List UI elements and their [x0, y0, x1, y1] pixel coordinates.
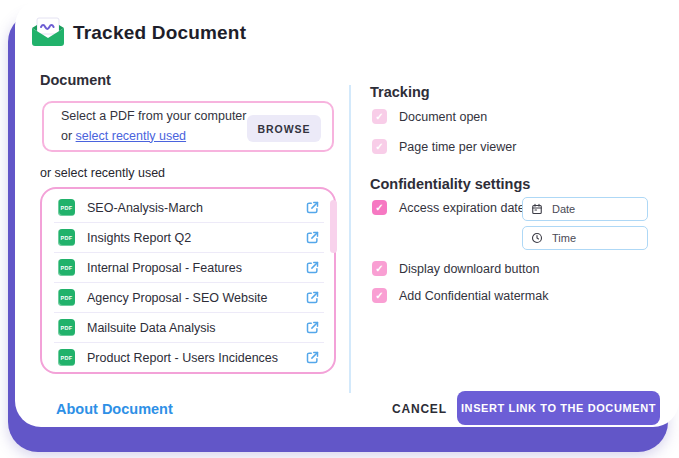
open-external-icon[interactable]: [305, 350, 320, 365]
picker-line2-prefix: or: [61, 129, 76, 143]
confidential-watermark-checkbox[interactable]: [372, 288, 387, 303]
browse-button[interactable]: BROWSE: [247, 115, 321, 142]
option-access-expiration: Access expiration date: [372, 200, 525, 215]
option-label: Add Confidential watermak: [399, 289, 548, 303]
time-input[interactable]: Time: [522, 226, 648, 250]
pdf-icon: PDF: [58, 229, 75, 246]
access-expiration-checkbox[interactable]: [372, 200, 387, 215]
file-name: Mailsuite Data Analysis: [87, 321, 293, 335]
list-item[interactable]: PDF Insights Report Q2: [54, 223, 324, 253]
tracking-heading: Tracking: [370, 84, 430, 100]
list-item[interactable]: PDF SEO-Analysis-March: [54, 193, 324, 223]
about-document-link[interactable]: About Document: [56, 401, 173, 417]
list-item[interactable]: PDF Agency Proposal - SEO Website: [54, 283, 324, 313]
pdf-icon: PDF: [58, 259, 75, 276]
option-label: Page time per viewer: [399, 140, 516, 154]
clock-icon: [531, 232, 543, 244]
date-placeholder: Date: [552, 203, 575, 215]
file-name: Product Report - Users Incidences: [87, 351, 293, 365]
open-external-icon[interactable]: [305, 320, 320, 335]
page-time-checkbox[interactable]: [372, 139, 387, 154]
column-divider: [349, 85, 351, 393]
list-scrollbar-thumb[interactable]: [330, 200, 337, 253]
recent-files-list: PDF SEO-Analysis-March PDF Insights Repo…: [40, 187, 336, 374]
tracked-document-dialog: Tracked Document Document Select a PDF f…: [0, 0, 679, 458]
pdf-icon: PDF: [58, 199, 75, 216]
select-recently-used-link[interactable]: select recently used: [76, 129, 186, 143]
file-name: Agency Proposal - SEO Website: [87, 291, 293, 305]
option-document-open: Document open: [372, 109, 487, 124]
cancel-button[interactable]: CANCEL: [392, 402, 447, 416]
display-download-checkbox[interactable]: [372, 261, 387, 276]
open-external-icon[interactable]: [305, 260, 320, 275]
pdf-icon: PDF: [58, 319, 75, 336]
confidentiality-heading: Confidentiality settings: [370, 176, 530, 192]
option-confidential-watermark: Add Confidential watermak: [372, 288, 548, 303]
option-label: Display downloard button: [399, 262, 539, 276]
file-name: Insights Report Q2: [87, 231, 293, 245]
open-external-icon[interactable]: [305, 290, 320, 305]
pdf-icon: PDF: [58, 349, 75, 366]
file-picker-box: Select a PDF from your computer or selec…: [42, 101, 334, 152]
list-item[interactable]: PDF Internal Proposal - Features: [54, 253, 324, 283]
picker-line1: Select a PDF from your computer: [61, 109, 246, 123]
file-picker-text: Select a PDF from your computer or selec…: [61, 107, 246, 146]
document-open-checkbox[interactable]: [372, 109, 387, 124]
list-item[interactable]: PDF Product Report - Users Incidences: [54, 343, 324, 373]
document-section-heading: Document: [40, 72, 111, 88]
option-display-download: Display downloard button: [372, 261, 539, 276]
option-page-time: Page time per viewer: [372, 139, 516, 154]
file-name: Internal Proposal - Features: [87, 261, 293, 275]
open-external-icon[interactable]: [305, 200, 320, 215]
insert-link-button[interactable]: INSERT LINK TO THE DOCUMENT: [457, 391, 660, 425]
recent-files-label: or select recently used: [40, 166, 165, 180]
file-name: SEO-Analysis-March: [87, 201, 293, 215]
list-item[interactable]: PDF Mailsuite Data Analysis: [54, 313, 324, 343]
pdf-icon: PDF: [58, 289, 75, 306]
option-label: Document open: [399, 110, 487, 124]
open-external-icon[interactable]: [305, 230, 320, 245]
mailsuite-envelope-icon: [30, 16, 66, 48]
time-placeholder: Time: [552, 232, 576, 244]
option-label: Access expiration date: [399, 201, 525, 215]
dialog-title: Tracked Document: [73, 22, 246, 44]
calendar-icon: [531, 203, 543, 215]
dialog-card: Tracked Document Document Select a PDF f…: [15, 0, 679, 427]
date-input[interactable]: Date: [522, 197, 648, 221]
